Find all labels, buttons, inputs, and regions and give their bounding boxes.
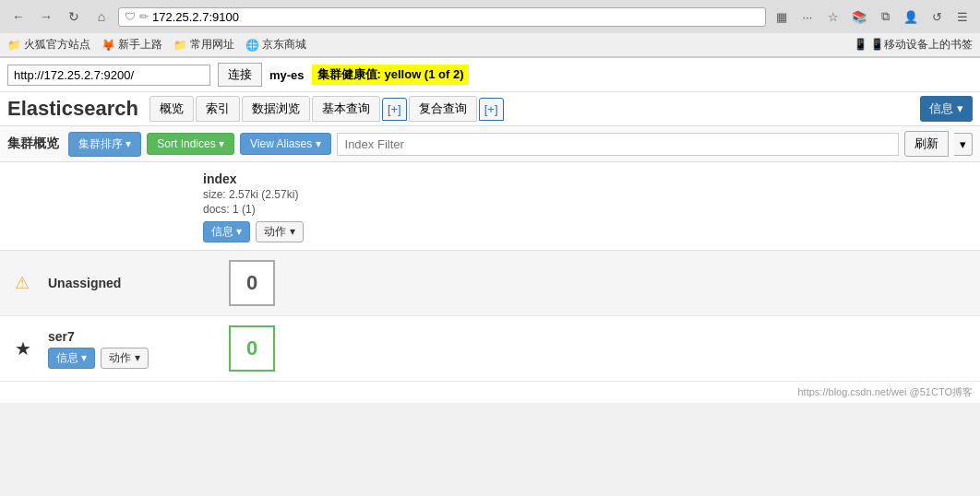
mobile-bookmarks[interactable]: 📱 📱移动设备上的书签 (854, 37, 973, 53)
warning-icon: ⚠ (15, 273, 48, 293)
tab-complex-query-add[interactable]: [+] (479, 98, 504, 121)
index-action-button[interactable]: 动作 ▾ (256, 221, 303, 242)
shard-number-unassigned: 0 (229, 260, 275, 306)
bookmark-label: 常用网址 (190, 37, 234, 53)
back-button[interactable]: ← (7, 6, 30, 28)
qr-icon[interactable]: ▦ (771, 6, 792, 27)
tab-index[interactable]: 索引 (196, 96, 240, 122)
cluster-sort-button[interactable]: 集群排序 ▾ (68, 132, 141, 157)
refresh-button[interactable]: 刷新 (904, 131, 949, 157)
more-icon[interactable]: ··· (797, 6, 818, 27)
connect-button[interactable]: 连接 (218, 63, 262, 87)
security-icon: 🛡 (125, 10, 136, 23)
forward-button[interactable]: → (35, 6, 57, 28)
bookmark-icon[interactable]: ☆ (823, 6, 843, 27)
cluster-overview-label: 集群概览 (7, 136, 59, 152)
toolbar: 集群概览 集群排序 ▾ Sort Indices ▾ View Aliases … (0, 126, 980, 162)
mobile-icon: 📱 (854, 38, 867, 51)
shard-row-ser7: ★ ser7 信息 ▾ 动作 ▾ 0 (0, 316, 980, 382)
account-icon[interactable]: 👤 (901, 6, 921, 27)
folder-icon: 📁 (7, 39, 21, 52)
fox-icon: 🦊 (102, 39, 115, 52)
connection-bar: 连接 my-es 集群健康值: yellow (1 of 2) (0, 58, 980, 92)
refresh-button[interactable]: ↻ (63, 6, 85, 28)
address-input[interactable] (152, 10, 759, 24)
app-header: Elasticsearch 概览 索引 数据浏览 基本查询 [+] 复合查询 [… (0, 92, 980, 126)
refresh-dropdown-button[interactable]: ▾ (954, 133, 973, 156)
tab-data-browse[interactable]: 数据浏览 (242, 96, 310, 122)
index-filter-input[interactable] (337, 133, 899, 156)
cluster-name: my-es (269, 68, 305, 82)
content-area: index size: 2.57ki (2.57ki) docs: 1 (1) … (0, 162, 980, 382)
shard-label-ser7: ser7 (48, 329, 214, 344)
index-docs: docs: 1 (1) (203, 203, 965, 216)
node-info-button[interactable]: 信息 ▾ (48, 348, 95, 369)
app-container: 连接 my-es 集群健康值: yellow (1 of 2) Elastics… (0, 58, 980, 403)
shard-row-unassigned: ⚠ Unassigned 0 (0, 251, 980, 316)
tab-overview[interactable]: 概览 (149, 96, 194, 122)
index-info-button[interactable]: 信息 ▾ (203, 221, 250, 242)
nav-tabs: 概览 索引 数据浏览 基本查询 [+] 复合查询 [+] (149, 96, 921, 122)
browser-chrome: ← → ↻ ⌂ 🛡 ✏ ▦ ··· ☆ 📚 ⧉ 👤 ↺ ☰ 📁 火狐官方站点 🦊… (0, 0, 980, 58)
sync-icon[interactable]: ↺ (926, 6, 947, 27)
shard-label-unassigned: Unassigned (48, 276, 214, 290)
tab-complex-query[interactable]: 复合查询 (409, 96, 477, 122)
star-icon: ★ (15, 337, 48, 360)
folder-icon: 📁 (173, 39, 187, 52)
node-action-button[interactable]: 动作 ▾ (101, 348, 148, 369)
view-aliases-button[interactable]: View Aliases ▾ (240, 133, 330, 155)
bookmark-jingdong[interactable]: 🌐 京东商城 (245, 37, 306, 53)
container-icon[interactable]: ⧉ (875, 6, 895, 27)
edit-icon: ✏ (139, 10, 149, 23)
health-badge: 集群健康值: yellow (1 of 2) (312, 65, 470, 85)
home-button[interactable]: ⌂ (90, 6, 113, 28)
index-size: size: 2.57ki (2.57ki) (203, 188, 965, 201)
address-bar-wrapper: 🛡 ✏ (118, 7, 766, 27)
info-dropdown-button[interactable]: 信息 ▾ (920, 96, 973, 122)
url-input[interactable] (7, 65, 210, 86)
shard-actions: 信息 ▾ 动作 ▾ (48, 348, 214, 369)
bookmarks-bar: 📁 火狐官方站点 🦊 新手上路 📁 常用网址 🌐 京东商城 📱 📱移动设备上的书… (0, 33, 980, 57)
bookmark-huohu[interactable]: 📁 火狐官方站点 (7, 37, 90, 53)
shard-number-ser7: 0 (229, 325, 275, 372)
watermark: https://blog.csdn.net/wei @51CTO搏客 (0, 382, 980, 403)
tab-basic-query-add[interactable]: [+] (382, 98, 407, 121)
globe-icon: 🌐 (245, 39, 259, 52)
bookmark-changyong[interactable]: 📁 常用网址 (173, 37, 234, 53)
app-title: Elasticsearch (7, 97, 138, 121)
library-icon[interactable]: 📚 (849, 6, 869, 27)
bookmark-label: 新手上路 (118, 37, 162, 53)
index-name: index (203, 171, 965, 186)
index-header: index size: 2.57ki (2.57ki) docs: 1 (1) … (0, 162, 980, 251)
bookmark-label: 京东商城 (262, 37, 306, 53)
browser-toolbar: ← → ↻ ⌂ 🛡 ✏ ▦ ··· ☆ 📚 ⧉ 👤 ↺ ☰ (0, 0, 980, 33)
tab-basic-query[interactable]: 基本查询 (312, 96, 380, 122)
menu-icon[interactable]: ☰ (952, 6, 973, 27)
sort-indices-button[interactable]: Sort Indices ▾ (147, 133, 234, 155)
bookmark-label: 火狐官方站点 (24, 37, 90, 53)
index-actions: 信息 ▾ 动作 ▾ (203, 221, 965, 242)
shard-node-info: ser7 信息 ▾ 动作 ▾ (48, 329, 214, 369)
bookmark-xinshoushangluo[interactable]: 🦊 新手上路 (102, 37, 162, 53)
